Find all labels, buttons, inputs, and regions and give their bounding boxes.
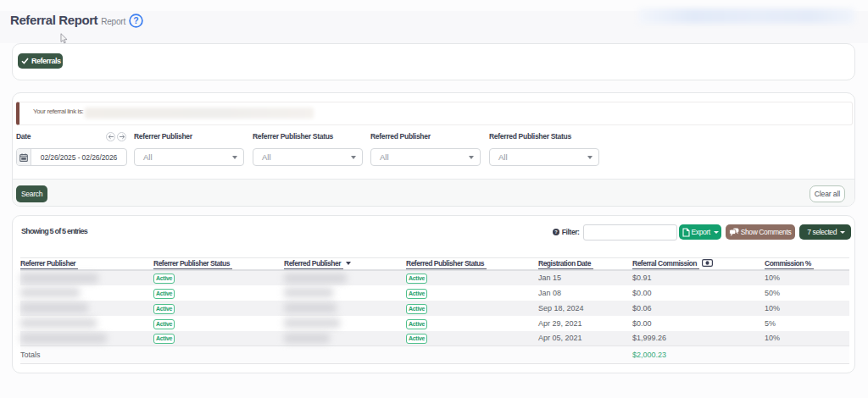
filter-help-icon[interactable]: ? (553, 229, 559, 235)
status-badge: Active (406, 319, 427, 329)
registration-date-cell: Jan 08 (538, 285, 632, 301)
redacted-referral-link (85, 108, 314, 119)
referral-commission-cell: $0.06 (632, 301, 765, 316)
commission-pct-cell: 10% (765, 270, 849, 285)
status-badge: Active (153, 289, 175, 299)
calendar-icon-box[interactable] (17, 149, 31, 165)
redacted-referrer-name (20, 318, 97, 328)
col-referred-publisher-status[interactable]: Referred Publisher Status (406, 258, 538, 270)
calendar-icon (19, 153, 28, 162)
redacted-referred-name (284, 318, 340, 328)
show-comments-label: Show Comments (741, 228, 792, 236)
referrals-tab-button[interactable]: Referrals (18, 53, 63, 69)
redacted-referred-name (284, 303, 337, 312)
export-file-icon (682, 228, 690, 237)
redacted-topbar (638, 8, 854, 24)
redacted-referrer-name (20, 288, 80, 297)
referral-link-alert: Your referral link is: (16, 102, 853, 125)
col-referrer-publisher-status[interactable]: Referrer Publisher Status (153, 258, 284, 270)
money-icon (702, 259, 713, 267)
filter-input[interactable] (583, 224, 677, 240)
chevron-down-icon (587, 156, 593, 159)
referred-publisher-label: Referred Publisher (370, 133, 481, 141)
status-badge: Active (153, 274, 175, 284)
show-comments-button[interactable]: Show Comments (726, 224, 796, 240)
col-commission-pct[interactable]: Commission % (765, 258, 849, 270)
redacted-referrer-name (20, 274, 98, 283)
col-referrer-publisher[interactable]: Referrer Publisher (20, 258, 153, 270)
table-row[interactable]: Active Active Apr 05, 2021 $1,999.26 10% (20, 331, 849, 346)
registration-date-cell: Jan 15 (538, 270, 632, 285)
totals-label: Totals (20, 346, 153, 364)
tabs-card: Referrals (12, 43, 855, 80)
table-header-row: Referrer Publisher Referrer Publisher St… (20, 258, 849, 270)
check-icon (21, 58, 29, 64)
selected-label: 7 selected (807, 228, 837, 236)
referrer-publisher-status-filter: Referrer Publisher Status All (253, 133, 363, 166)
table-row[interactable]: Active Active Jan 15 $0.91 10% (20, 270, 849, 285)
registration-date-cell: Sep 18, 2024 (538, 301, 632, 316)
date-range-input[interactable]: 02/26/2025 - 02/26/2026 (16, 148, 127, 166)
referred-publisher-status-select[interactable]: All (489, 148, 599, 166)
chevron-down-icon (714, 231, 719, 234)
showing-entries-text: Showing 5 of 5 entries (21, 227, 87, 235)
table-row[interactable]: Active Active Sep 18, 2024 $0.06 10% (20, 301, 849, 316)
table-toolbar: ? Filter: Export Show Comments (553, 224, 851, 240)
commission-pct-cell: 50% (765, 285, 849, 301)
page-subtitle: Report (101, 17, 125, 26)
redacted-referrer-name (20, 303, 88, 312)
referrals-tab-label: Referrals (31, 57, 61, 65)
table-row[interactable]: Active Active Jan 08 $0.00 50% (20, 285, 849, 301)
referred-publisher-value: All (380, 152, 469, 162)
commission-pct-cell: 5% (765, 316, 849, 331)
referrer-publisher-select[interactable]: All (134, 148, 244, 166)
referred-publisher-select[interactable]: All (370, 148, 481, 166)
totals-row: Totals $2,000.23 (20, 346, 849, 364)
clear-all-button[interactable]: Clear all (810, 185, 845, 202)
search-button[interactable]: Search (16, 185, 47, 202)
status-badge: Active (153, 319, 175, 329)
referrer-publisher-status-select[interactable]: All (253, 148, 363, 166)
redacted-referrer-name (20, 334, 107, 343)
referral-link-label: Your referral link is: (33, 108, 83, 115)
arrow-left-icon (108, 134, 114, 140)
col-referred-publisher[interactable]: Referred Publisher (284, 258, 406, 270)
referral-commission-cell: $0.00 (632, 316, 765, 331)
referred-publisher-status-filter: Referred Publisher Status All (489, 133, 599, 166)
referral-commission-cell: $1,999.26 (632, 331, 765, 346)
comments-icon (729, 228, 739, 236)
referral-report-table: Referrer Publisher Referrer Publisher St… (20, 257, 849, 364)
page-header: Referral Report Report ? (10, 12, 143, 28)
totals-commission: $2,000.23 (632, 346, 765, 364)
status-badge: Active (406, 289, 427, 299)
referral-commission-cell: $0.91 (632, 270, 765, 285)
date-next-button[interactable] (117, 132, 126, 141)
referrer-publisher-label: Referrer Publisher (134, 133, 244, 141)
help-icon[interactable]: ? (129, 14, 143, 28)
filter-label: Filter: (562, 228, 580, 236)
status-badge: Active (153, 304, 175, 314)
status-badge: Active (153, 334, 175, 344)
referrer-publisher-value: All (143, 152, 232, 162)
date-prev-button[interactable] (106, 132, 115, 141)
referrer-publisher-status-label: Referrer Publisher Status (253, 133, 363, 141)
col-registration-date[interactable]: Registration Date (538, 258, 632, 270)
referral-report-page: Referral Report Report ? Referrals Your … (0, 0, 868, 398)
sort-desc-icon (346, 262, 351, 265)
export-button[interactable]: Export (679, 224, 721, 240)
referrer-publisher-status-value: All (262, 152, 351, 162)
selected-columns-button[interactable]: 7 selected (799, 224, 851, 240)
referrer-publisher-filter: Referrer Publisher All (134, 133, 244, 166)
col-referral-commission[interactable]: Referral Commission (632, 258, 765, 270)
referred-publisher-status-label: Referred Publisher Status (489, 133, 599, 141)
referral-commission-cell: $0.00 (632, 285, 765, 301)
page-title: Referral Report (10, 13, 97, 27)
table-row[interactable]: Active Active Apr 29, 2021 $0.00 5% (20, 316, 849, 331)
date-range-value: 02/26/2025 - 02/26/2026 (31, 149, 126, 165)
referred-publisher-status-value: All (498, 152, 587, 162)
arrow-right-icon (119, 134, 125, 140)
date-filter: Date (16, 133, 127, 166)
commission-pct-cell: 10% (765, 301, 849, 316)
filter-footer: Search Clear all (13, 179, 854, 206)
redacted-referred-name (284, 334, 330, 343)
